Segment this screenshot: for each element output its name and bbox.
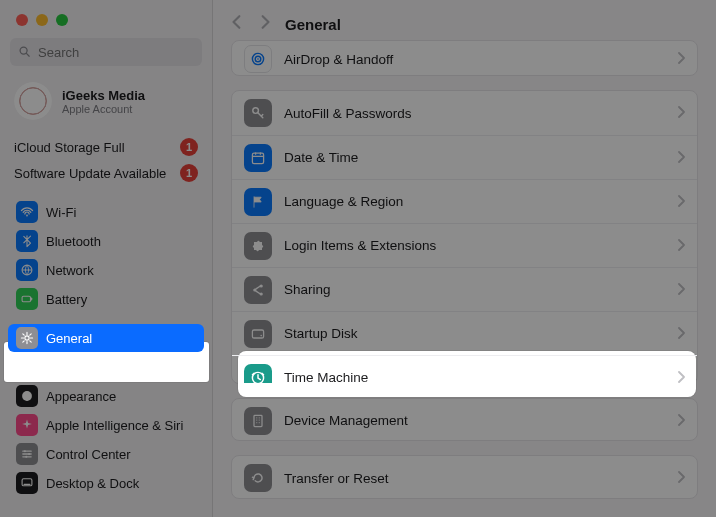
svg-point-12 [25, 456, 27, 458]
chevron-right-icon [677, 104, 685, 122]
chevron-right-icon [677, 193, 685, 211]
svg-point-17 [257, 58, 259, 60]
puzzle-icon [244, 232, 272, 260]
sidebar-item-apple-intelligence-siri[interactable]: Apple Intelligence & Siri [8, 411, 204, 439]
nav-forward-button[interactable] [259, 15, 271, 33]
alert-badge: 1 [180, 138, 198, 156]
main-panel: General AirDrop & Handoff AutoFill & Pas… [213, 0, 716, 517]
sidebar-item-label: Apple Intelligence & Siri [46, 418, 183, 433]
settings-row-label: AutoFill & Passwords [284, 106, 665, 121]
sidebar-item-label: Network [46, 263, 94, 278]
chevron-right-icon [677, 281, 685, 299]
svg-rect-26 [254, 415, 262, 426]
settings-row-label: Login Items & Extensions [284, 238, 665, 253]
key-icon [244, 99, 272, 127]
settings-group: AirDrop & Handoff [231, 40, 698, 76]
svg-rect-5 [31, 298, 32, 301]
search-input[interactable] [38, 45, 194, 60]
nav-back-button[interactable] [231, 15, 243, 33]
sidebar-item-network[interactable]: Network [8, 256, 204, 284]
settings-row-transfer-or-reset[interactable]: Transfer or Reset [232, 456, 697, 499]
settings-row-label: Startup Disk [284, 326, 665, 341]
settings-row-airdrop-handoff[interactable]: AirDrop & Handoff [232, 41, 697, 76]
reset-icon [244, 464, 272, 492]
gear-icon [16, 327, 38, 349]
settings-row-time-machine[interactable]: Time Machine [232, 355, 697, 384]
wifi-icon [16, 201, 38, 223]
sidebar-item-control-center[interactable]: Control Center [8, 440, 204, 468]
svg-point-11 [28, 453, 30, 455]
flag-icon [244, 188, 272, 216]
settings-row-startup-disk[interactable]: Startup Disk [232, 311, 697, 355]
account-row[interactable]: iGeeks Media Apple Account [0, 74, 212, 134]
globe-icon [16, 259, 38, 281]
calendar-icon [244, 144, 272, 172]
chevron-right-icon [677, 412, 685, 430]
sidebar-item-accessibility[interactable]: Accessibility [8, 353, 204, 381]
dock-icon [16, 472, 38, 494]
appearance-icon [16, 385, 38, 407]
alert-row[interactable]: Software Update Available 1 [14, 160, 198, 186]
close-button[interactable] [16, 14, 28, 26]
settings-row-sharing[interactable]: Sharing [232, 267, 697, 311]
sidebar-item-label: Battery [46, 292, 87, 307]
svg-point-10 [24, 450, 26, 452]
settings-row-autofill-passwords[interactable]: AutoFill & Passwords [232, 91, 697, 135]
sidebar-item-wi-fi[interactable]: Wi-Fi [8, 198, 204, 226]
sidebar-item-label: Control Center [46, 447, 131, 462]
sidebar-item-label: Desktop & Dock [46, 476, 139, 491]
settings-row-device-management[interactable]: Device Management [232, 399, 697, 442]
sidebar-list: Wi-Fi Bluetooth Network Battery General … [0, 186, 212, 497]
alert-row[interactable]: iCloud Storage Full 1 [14, 134, 198, 160]
settings-row-label: Transfer or Reset [284, 471, 665, 486]
sidebar-item-label: Wi-Fi [46, 205, 76, 220]
share-icon [244, 276, 272, 304]
alert-badge: 1 [180, 164, 198, 182]
chevron-right-icon [677, 325, 685, 343]
settings-row-label: Sharing [284, 282, 665, 297]
alert-label: iCloud Storage Full [14, 140, 125, 155]
svg-rect-23 [252, 330, 263, 338]
settings-row-label: Time Machine [284, 370, 665, 384]
sidebar-item-label: Appearance [46, 389, 116, 404]
sidebar-item-battery[interactable]: Battery [8, 285, 204, 313]
svg-point-21 [260, 284, 263, 287]
sidebar-item-general[interactable]: General [8, 324, 204, 352]
sparkle-icon [16, 414, 38, 436]
chevron-right-icon [677, 469, 685, 487]
window-controls [0, 0, 212, 26]
settings-group: AutoFill & Passwords Date & Time Languag… [231, 90, 698, 384]
accessibility-icon [16, 356, 38, 378]
sliders-icon [16, 443, 38, 465]
settings-row-date-time[interactable]: Date & Time [232, 135, 697, 179]
disk-icon [244, 320, 272, 348]
sidebar-item-bluetooth[interactable]: Bluetooth [8, 227, 204, 255]
settings-row-language-region[interactable]: Language & Region [232, 179, 697, 223]
settings-row-label: AirDrop & Handoff [284, 52, 665, 67]
settings-group: Transfer or Reset [231, 455, 698, 499]
chevron-right-icon [677, 369, 685, 384]
svg-rect-19 [252, 153, 263, 163]
chevron-right-icon [677, 149, 685, 167]
minimize-button[interactable] [36, 14, 48, 26]
sidebar-item-appearance[interactable]: Appearance [8, 382, 204, 410]
avatar [14, 82, 52, 120]
account-sub: Apple Account [62, 103, 145, 115]
svg-point-6 [25, 336, 29, 340]
sidebar-item-label: Bluetooth [46, 234, 101, 249]
settings-row-login-items-extensions[interactable]: Login Items & Extensions [232, 223, 697, 267]
maximize-button[interactable] [56, 14, 68, 26]
sidebar-item-label: General [46, 331, 92, 346]
bluetooth-icon [16, 230, 38, 252]
settings-row-label: Device Management [284, 413, 665, 428]
sidebar-item-desktop-dock[interactable]: Desktop & Dock [8, 469, 204, 497]
sidebar: iGeeks Media Apple Account iCloud Storag… [0, 0, 213, 517]
chevron-right-icon [677, 237, 685, 255]
chevron-right-icon [677, 50, 685, 68]
building-icon [244, 407, 272, 435]
search-icon [18, 45, 32, 59]
svg-point-20 [253, 288, 256, 291]
search-field[interactable] [10, 38, 202, 66]
account-name: iGeeks Media [62, 88, 145, 103]
sidebar-item-label: Accessibility [46, 360, 117, 375]
